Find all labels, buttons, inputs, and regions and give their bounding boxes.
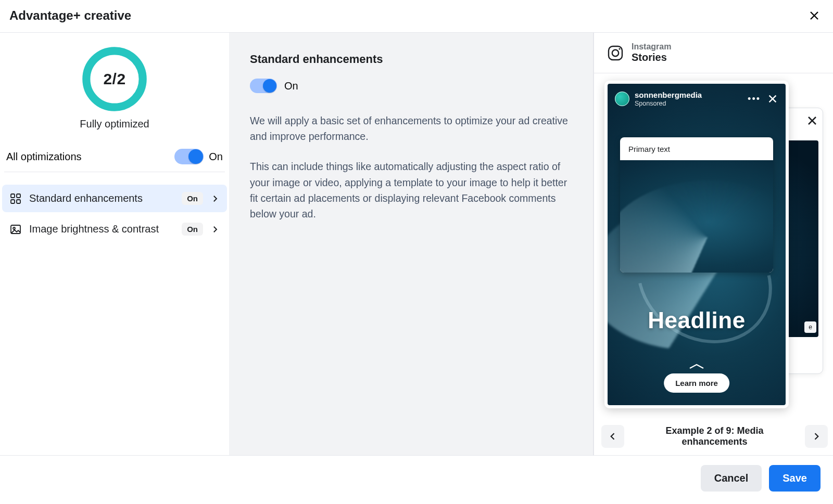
svg-rect-3 bbox=[11, 200, 15, 203]
headline-text: Headline bbox=[608, 307, 786, 333]
primary-text-label: Primary text bbox=[620, 137, 773, 161]
modal-title: Advantage+ creative bbox=[9, 8, 131, 23]
preview-platform: Instagram bbox=[632, 42, 671, 51]
all-optimizations-label: All optimizations bbox=[6, 151, 82, 163]
sidebar-item-label: Image brightness & contrast bbox=[29, 223, 174, 235]
status-badge: On bbox=[182, 223, 203, 236]
primary-text-card: Primary text bbox=[620, 137, 773, 273]
account-sponsored-tag: Sponsored bbox=[635, 100, 742, 107]
prev-example-button[interactable] bbox=[601, 425, 624, 448]
detail-paragraph-2: This can include things like automatical… bbox=[250, 159, 572, 222]
sidebar-item-brightness-contrast[interactable]: Image brightness & contrast On bbox=[2, 215, 227, 243]
standard-enhancements-toggle[interactable] bbox=[250, 79, 277, 93]
cancel-button[interactable]: Cancel bbox=[701, 465, 762, 492]
detail-paragraph-1: We will apply a basic set of enhancement… bbox=[250, 113, 572, 144]
svg-point-8 bbox=[612, 49, 619, 56]
learn-more-button[interactable]: Learn more bbox=[664, 373, 729, 393]
chevron-up-icon bbox=[688, 363, 705, 370]
background-cta-hint: e bbox=[804, 321, 816, 333]
svg-rect-4 bbox=[17, 200, 20, 203]
svg-point-9 bbox=[619, 48, 620, 49]
status-badge: On bbox=[182, 192, 203, 205]
pager-caption: Example 2 of 9: Media enhancements bbox=[632, 425, 798, 447]
close-icon[interactable] bbox=[806, 114, 818, 127]
standard-enhancements-state: On bbox=[284, 80, 298, 92]
chevron-right-icon bbox=[210, 225, 220, 234]
all-optimizations-state: On bbox=[209, 151, 223, 163]
next-example-button[interactable] bbox=[805, 425, 828, 448]
story-preview-card: sonnenbergmedia Sponsored ••• Primary te… bbox=[604, 81, 789, 408]
more-icon[interactable]: ••• bbox=[748, 94, 761, 105]
grid-icon bbox=[9, 192, 22, 205]
optimization-gauge: 2/2 bbox=[81, 45, 148, 113]
avatar bbox=[615, 92, 629, 106]
close-button[interactable] bbox=[807, 8, 822, 23]
sidebar-item-standard-enhancements[interactable]: Standard enhancements On bbox=[2, 185, 227, 212]
chevron-right-icon bbox=[210, 194, 220, 203]
svg-point-6 bbox=[13, 227, 15, 229]
image-icon bbox=[9, 223, 22, 236]
close-icon[interactable] bbox=[767, 93, 778, 105]
gauge-count: 2/2 bbox=[81, 45, 148, 113]
account-username: sonnenbergmedia bbox=[635, 91, 742, 100]
preview-placement: Stories bbox=[632, 51, 671, 63]
instagram-icon bbox=[607, 44, 624, 62]
gauge-caption: Fully optimized bbox=[80, 118, 149, 130]
all-optimizations-row: All optimizations On bbox=[4, 141, 225, 172]
all-optimizations-toggle[interactable] bbox=[174, 149, 204, 164]
detail-title: Standard enhancements bbox=[250, 53, 572, 66]
svg-rect-2 bbox=[17, 194, 20, 198]
svg-rect-1 bbox=[11, 194, 15, 198]
sidebar-item-label: Standard enhancements bbox=[29, 192, 174, 204]
save-button[interactable]: Save bbox=[769, 465, 821, 492]
